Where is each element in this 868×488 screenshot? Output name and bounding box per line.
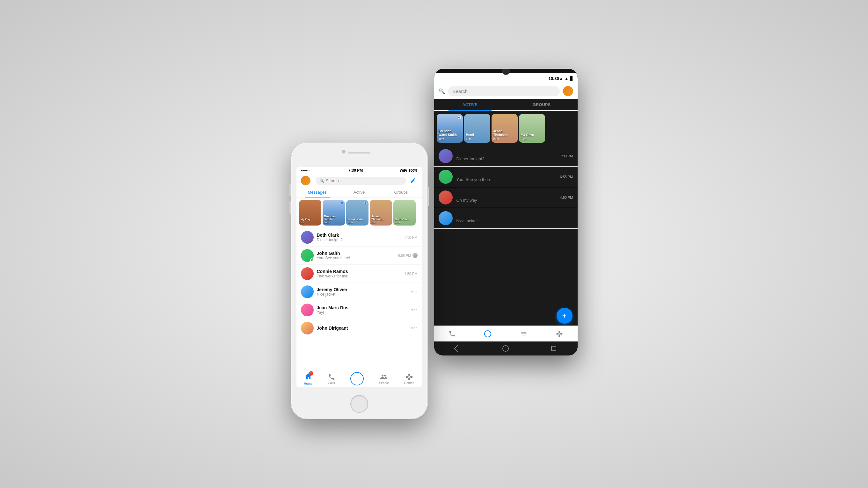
android-home-bar (434, 341, 578, 356)
android-avatar-jeremy (439, 211, 453, 225)
android-story-henri[interactable]: Henri 12m (464, 114, 490, 143)
android-recents-button[interactable] (551, 346, 556, 351)
iphone-story-myday[interactable]: My Day 5m (299, 200, 321, 226)
android-msg-preview-beth: Dinner tonight? (457, 156, 556, 161)
android-story-label-jenna: Jenna Thomson 26m (493, 129, 516, 141)
android-bottom-nav (434, 326, 578, 341)
android-battery-icon: ▊ (570, 76, 573, 81)
android-fab-button[interactable]: + (557, 308, 572, 324)
android-message-item-connie[interactable]: Connie Ramos On my way 4:50 PM (434, 187, 578, 208)
android-tab-groups[interactable]: GROUPS (506, 99, 578, 110)
android-story-jenna[interactable]: Jenna Thomson 26m (492, 114, 518, 143)
iphone-message-list: Beth Clark Dinner tonight? 7:30 PM John … (297, 228, 422, 337)
iphone-msg-name-john: John Gaith (317, 251, 395, 256)
iphone-nav-badge-home: 1 (309, 371, 313, 376)
iphone-avatar-john (301, 249, 314, 262)
iphone-home-button[interactable] (350, 395, 368, 413)
iphone-avatar-connie (301, 267, 314, 280)
iphone-message-connie[interactable]: Connie Ramos That works for me! 4:50 PM (297, 265, 422, 283)
android-nav-calls[interactable] (446, 327, 458, 340)
iphone-side-button[interactable] (428, 187, 429, 206)
android-msg-preview-connie: On my way (457, 198, 556, 203)
iphone-msg-preview-john: You: See you there! (317, 256, 395, 260)
iphone-story-badge-brendan (341, 202, 343, 204)
android-nav-home[interactable] (481, 327, 494, 340)
android-user-avatar[interactable] (563, 86, 573, 96)
iphone-story-label-myday: My Day 5m (301, 218, 320, 224)
iphone-search-bar[interactable]: 🔍 Search (316, 177, 406, 185)
iphone-search-placeholder: Search (326, 178, 339, 183)
android-tab-active[interactable]: ACTIVE (434, 99, 506, 110)
iphone-msg-name-beth: Beth Clark (317, 232, 401, 238)
android-back-button[interactable] (454, 345, 462, 352)
android-msg-name-john: John Gaith (457, 172, 556, 177)
iphone-tab-messages[interactable]: Messages (297, 187, 338, 197)
android-signal-icon: ▲ (564, 76, 569, 81)
iphone-story-henri[interactable]: Henri Watts 12m (346, 200, 369, 226)
iphone-message-beth[interactable]: Beth Clark Dinner tonight? 7:30 PM (297, 228, 422, 247)
android-msg-info-jeremy: Jeremy Olivier Nice jacket! (457, 214, 569, 223)
iphone-vol-down[interactable] (289, 201, 291, 214)
android-msg-info-beth: Beth Clark Dinner tonight? (457, 151, 556, 161)
iphone-camera (342, 150, 345, 154)
iphone-msg-info-connie: Connie Ramos That works for me! (317, 269, 401, 279)
android-story-label-brendan: Brendan Watts Smith 10m (439, 129, 461, 141)
iphone-battery: WiFi 100% (400, 168, 417, 172)
android-message-item-beth[interactable]: Beth Clark Dinner tonight? 7:30 PM (434, 146, 578, 167)
iphone-online-dot-john (310, 258, 313, 262)
android-msg-name-jeremy: Jeremy Olivier (457, 214, 569, 219)
android-msg-info-john: John Gaith You: See you there! (457, 172, 556, 182)
android-msg-preview-john: You: See you there! (457, 177, 556, 182)
iphone-message-jeanmarc[interactable]: Jean-Marc Dns Yay! Mon (297, 301, 422, 319)
iphone-msg-preview-beth: Dinner tonight? (317, 238, 401, 242)
iphone-nav-calls[interactable]: Calls (328, 373, 335, 385)
iphone-vol-up[interactable] (289, 184, 291, 196)
iphone-msg-preview-jeremy: Nice jacket! (317, 292, 408, 297)
iphone-message-john[interactable]: John Gaith You: See you there! 6:55 PM (297, 247, 422, 265)
android-search-input[interactable]: Search (448, 86, 560, 96)
android-wifi-icon: ▲ (559, 76, 563, 81)
iphone-user-avatar[interactable] (301, 176, 310, 185)
iphone-story-jenna[interactable]: Jenna Thomson 26m (370, 200, 392, 226)
iphone-story-label-brendan: Brendan Smith 10m (324, 215, 343, 224)
android-home-button[interactable] (502, 345, 509, 352)
iphone-tab-groups[interactable]: Groups (380, 187, 422, 197)
iphone-message-johndir[interactable]: John Dirigeant Mon (297, 319, 422, 337)
iphone-nav-games[interactable]: Games (404, 373, 414, 385)
iphone-tab-active[interactable]: Active (338, 187, 380, 197)
android-message-item-john[interactable]: John Gaith You: See you there! 6:55 PM (434, 167, 578, 187)
iphone-msg-time-jeremy: Mon (410, 290, 417, 294)
iphone-story-brendan[interactable]: Brendan Smith 10m (322, 200, 345, 226)
iphone-story-math[interactable]: Math Olive 24m (393, 200, 416, 226)
iphone-nav-center[interactable] (350, 372, 364, 385)
android-nav-list[interactable] (517, 327, 530, 340)
iphone-screen: ●●●○○ 7:30 PM WiFi 100% 🔍 Search (297, 167, 422, 387)
iphone-time: 7:30 PM (348, 168, 363, 173)
android-story-label-henri: Henri 12m (466, 133, 488, 141)
iphone-msg-info-johndir: John Dirigeant (317, 326, 408, 331)
iphone-speaker (348, 152, 370, 154)
android-avatar-beth (439, 149, 453, 163)
iphone-avatar-jeanmarc (301, 303, 314, 316)
iphone-msg-name-jeanmarc: Jean-Marc Dns (317, 305, 408, 310)
iphone-center-button[interactable] (350, 372, 364, 385)
iphone-nav-people[interactable]: People (379, 373, 389, 385)
iphone-wifi-icon: WiFi (400, 168, 407, 172)
android-nav-games[interactable] (553, 327, 566, 340)
iphone-msg-name-jeremy: Jeremy Olivier (317, 287, 408, 292)
android-msg-name-beth: Beth Clark (457, 151, 556, 156)
android-search-bar: 🔍 Search (434, 84, 578, 99)
iphone-search-icon: 🔍 (319, 178, 324, 183)
iphone-story-label-math: Math Olive 24m (395, 218, 414, 224)
android-story-brendan[interactable]: Brendan Watts Smith 10m (437, 114, 463, 143)
android-tabs: ACTIVE GROUPS (434, 99, 578, 111)
android-story-math[interactable]: Ma Olive 24m (519, 114, 545, 143)
iphone-message-jeremy[interactable]: Jeremy Olivier Nice jacket! Mon (297, 283, 422, 301)
iphone-compose-button[interactable] (409, 176, 417, 185)
iphone-nav-home[interactable]: 1 Home (304, 372, 312, 385)
android-message-item-jeremy[interactable]: Jeremy Olivier Nice jacket! (434, 208, 578, 229)
iphone-bottom-nav: 1 Home Calls People (297, 370, 422, 387)
android-story-badge-brendan (458, 116, 461, 119)
iphone-story-badge-henri (364, 202, 367, 204)
android-stories-row: Brendan Watts Smith 10m Henri 12m Jenna … (434, 111, 578, 146)
